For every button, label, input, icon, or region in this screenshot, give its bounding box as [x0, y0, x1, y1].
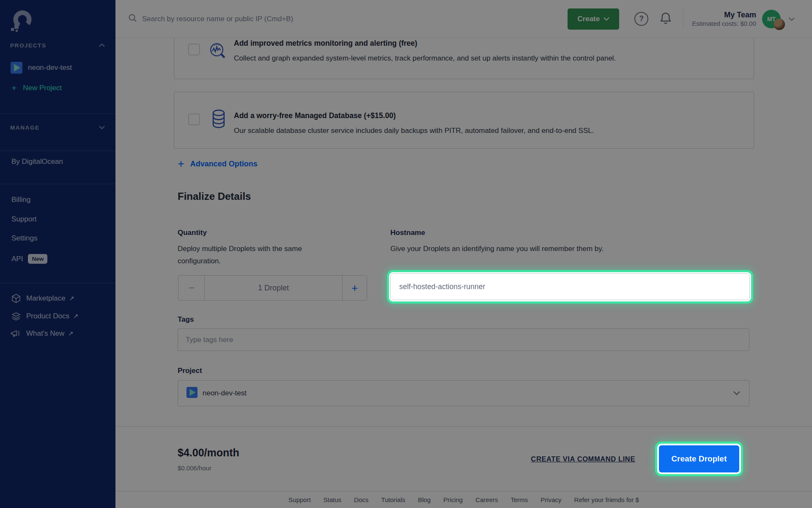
sidebar-divider	[0, 113, 115, 114]
addon-card-metrics: Add improved metrics monitoring and aler…	[174, 38, 754, 79]
digitalocean-logo-icon[interactable]	[9, 8, 34, 35]
project-select-value: neon-dev-test	[203, 389, 733, 398]
marketplace-label: Marketplace	[26, 294, 66, 303]
footer-link-tutorials[interactable]: Tutorials	[381, 496, 405, 503]
addon-title: Add improved metrics monitoring and aler…	[234, 39, 417, 48]
account-menu[interactable]: MT	[762, 10, 781, 28]
whats-new-label: What's New	[26, 329, 64, 338]
search-icon	[128, 14, 137, 24]
team-info: My Team Estimated costs: $0.00	[692, 10, 756, 28]
sidebar-divider	[0, 283, 115, 283]
quantity-label: Quantity	[178, 229, 207, 237]
external-link-icon: ↗	[73, 312, 79, 320]
footer-link-status[interactable]: Status	[324, 496, 342, 503]
by-digitalocean-label: By DigitalOcean	[11, 157, 63, 166]
sidebar-divider	[0, 151, 115, 151]
user-avatar	[774, 19, 785, 30]
tags-input[interactable]	[178, 329, 749, 351]
plus-icon: +	[11, 83, 16, 93]
footer-link-blog[interactable]: Blog	[418, 496, 431, 503]
sidebar-item-by-digitalocean[interactable]: By DigitalOcean	[0, 157, 115, 166]
sidebar-section-projects[interactable]: PROJECTS	[0, 41, 115, 49]
external-link-icon: ↗	[69, 295, 75, 302]
sidebar-item-new-project[interactable]: + New Project	[0, 83, 115, 93]
footer-link-refer[interactable]: Refer your friends for $	[574, 496, 639, 503]
footer-link-careers[interactable]: Careers	[475, 496, 498, 503]
api-new-badge: New	[28, 254, 47, 264]
hostname-description: Give your Droplets an identifying name y…	[390, 243, 604, 255]
price-bar: $4.00/month $0.006/hour CREATE VIA COMMA…	[115, 426, 812, 491]
support-label: Support	[11, 215, 37, 224]
project-icon	[187, 387, 198, 400]
projects-header: PROJECTS	[10, 42, 47, 49]
footer-link-privacy[interactable]: Privacy	[540, 496, 561, 503]
sidebar-item-settings[interactable]: Settings	[0, 234, 115, 243]
search-input[interactable]	[142, 15, 396, 23]
chevron-down-icon	[99, 124, 105, 131]
bell-icon	[659, 11, 672, 27]
cube-icon	[11, 294, 21, 303]
help-icon: ?	[634, 12, 648, 26]
sidebar-divider	[0, 184, 115, 184]
project-icon	[11, 62, 22, 74]
sidebar-item-api[interactable]: API New	[0, 254, 115, 264]
sidebar-item-support[interactable]: Support	[0, 215, 115, 224]
settings-label: Settings	[11, 234, 37, 243]
sidebar-item-product-docs[interactable]: Product Docs ↗	[0, 312, 115, 321]
help-button[interactable]: ?	[634, 12, 648, 26]
create-droplet-button[interactable]: Create Droplet	[659, 445, 739, 472]
quantity-decrease-button[interactable]: −	[178, 276, 205, 300]
hourly-price: $0.006/hour	[178, 464, 239, 472]
chevron-down-icon[interactable]	[788, 15, 795, 23]
sidebar-item-billing[interactable]: Billing	[0, 196, 115, 204]
sidebar-item-marketplace[interactable]: Marketplace ↗	[0, 294, 115, 303]
billing-label: Billing	[11, 196, 30, 204]
sidebar-item-whats-new[interactable]: What's New ↗	[0, 329, 115, 338]
sidebar-project-name: neon-dev-test	[28, 64, 72, 72]
team-name: My Team	[692, 10, 756, 19]
footer-link-terms[interactable]: Terms	[511, 496, 528, 503]
search-bar[interactable]	[128, 14, 568, 24]
finalize-details-heading: Finalize Details	[178, 190, 251, 202]
addon-description: Our scalable database cluster service in…	[234, 127, 594, 135]
sidebar-section-manage[interactable]: MANAGE	[0, 124, 115, 131]
plus-icon: +	[178, 159, 184, 169]
advanced-options-toggle[interactable]: + Advanced Options	[178, 159, 258, 169]
topbar-divider	[683, 9, 683, 29]
metrics-monitoring-icon	[208, 41, 228, 63]
create-menu-label: Create	[577, 15, 600, 23]
api-label: API	[11, 255, 23, 263]
addon-description: Collect and graph expanded system-level …	[234, 54, 616, 63]
quantity-value: 1 Droplet	[205, 276, 342, 300]
project-select[interactable]: neon-dev-test	[178, 380, 749, 406]
chevron-down-icon	[733, 389, 741, 397]
manage-header: MANAGE	[10, 124, 40, 131]
create-via-command-line-link[interactable]: CREATE VIA COMMAND LINE	[531, 455, 635, 463]
database-checkbox[interactable]	[188, 113, 200, 125]
estimated-costs: Estimated costs: $0.00	[692, 19, 756, 28]
sidebar-item-project[interactable]: neon-dev-test	[0, 62, 115, 74]
create-menu-button[interactable]: Create	[568, 8, 619, 30]
database-icon	[211, 108, 226, 132]
footer-link-docs[interactable]: Docs	[354, 496, 368, 503]
quantity-increase-button[interactable]: +	[342, 276, 367, 300]
new-project-label: New Project	[23, 84, 62, 92]
footer-link-pricing[interactable]: Pricing	[443, 496, 463, 503]
addon-card-database: Add a worry-free Managed Database (+$15.…	[174, 92, 754, 149]
quantity-stepper: − 1 Droplet +	[178, 275, 367, 301]
hostname-input[interactable]	[390, 273, 750, 300]
topbar: Create ? My Team Estimated costs: $0.00 …	[115, 0, 812, 38]
footer-link-support[interactable]: Support	[288, 496, 311, 503]
footer: Support Status Docs Tutorials Blog Prici…	[115, 491, 812, 508]
sidebar: PROJECTS neon-dev-test + New Project MAN…	[0, 0, 115, 508]
project-label: Project	[178, 367, 202, 375]
notifications-button[interactable]	[659, 11, 672, 27]
megaphone-icon	[11, 329, 21, 338]
hostname-label: Hostname	[390, 229, 425, 237]
layers-icon	[11, 312, 21, 321]
advanced-options-label: Advanced Options	[190, 160, 258, 168]
external-link-icon: ↗	[68, 330, 74, 337]
chevron-up-icon	[99, 41, 105, 49]
product-docs-label: Product Docs	[26, 312, 69, 320]
metrics-checkbox[interactable]	[188, 44, 200, 55]
